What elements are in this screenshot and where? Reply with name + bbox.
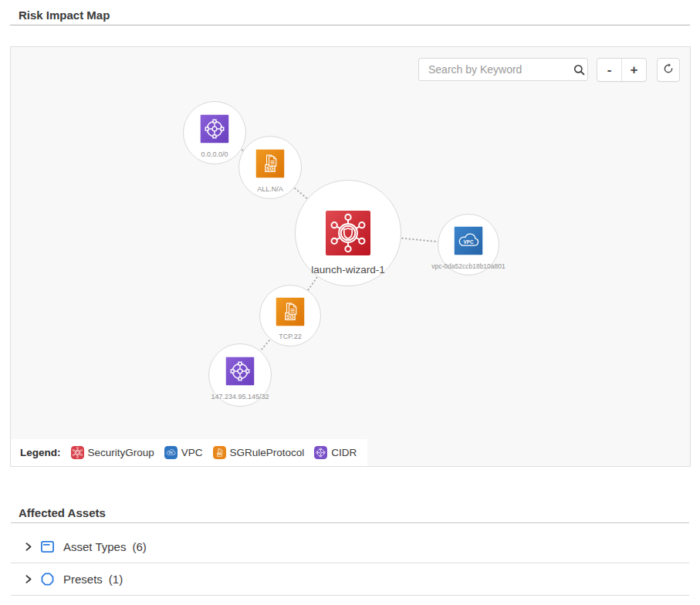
asset-types-icon [40,539,55,554]
search-icon[interactable] [573,63,593,76]
refresh-icon [662,63,675,78]
presets-row[interactable]: Presets (1) [11,563,689,596]
affected-assets-title: Affected Assets [19,506,106,519]
search-box [418,58,588,81]
title-divider [10,25,690,25]
node-label: 147.234.95.145/32 [211,393,269,401]
zoom-out-button[interactable]: - [597,59,622,81]
node-cidr-any[interactable]: 0.0.0.0/0 [183,101,246,164]
cidr-icon [314,446,327,459]
node-label: 0.0.0.0/0 [201,150,228,158]
node-label: ALL.N/A [257,185,283,193]
zoom-in-button[interactable]: + [622,59,646,81]
node-cidr-147-234-95-145-32[interactable]: 147.234.95.145/32 [208,343,272,407]
node-securitygroup-launch-wizard-1[interactable]: launch-wizard-1 [295,180,401,286]
legend-title: Legend: [20,447,61,458]
chevron-right-icon[interactable] [23,574,33,584]
legend-item-securitygroup: SecurityGroup [71,446,154,459]
affected-assets-divider [11,522,689,523]
node-label: launch-wizard-1 [311,264,384,275]
legend: Legend: SecurityGroup VPC SGRuleProtocol [11,439,367,466]
vpc-icon [455,227,483,255]
vpc-icon [164,446,178,459]
node-label: vpc-0da52ccb18b10a801 [431,262,505,270]
refresh-button[interactable] [657,58,680,82]
risk-map-canvas[interactable]: - + 0.0.0.0/0 ALL.N/A [10,46,691,467]
node-label: TCP.22 [279,333,301,340]
sgrule-protocol-icon [276,298,305,326]
cidr-icon [226,357,255,386]
asset-types-row[interactable]: Asset Types (6) [11,531,689,563]
chevron-right-icon[interactable] [23,542,33,552]
sgrule-protocol-icon [213,446,226,459]
cidr-icon [201,115,229,144]
node-sgrule-all[interactable]: ALL.N/A [238,136,302,199]
row-count: (6) [132,540,146,553]
risk-impact-map-page: Risk Impact Map - [0,0,700,605]
page-title: Risk Impact Map [19,8,110,22]
security-group-icon [71,446,84,459]
row-count: (1) [109,573,123,586]
row-label: Presets [63,573,103,586]
node-sgrule-tcp-22[interactable]: TCP.22 [259,285,321,346]
security-group-icon [326,211,370,255]
affected-assets-list: Asset Types (6) Presets (1) [11,531,689,596]
presets-icon [40,572,55,586]
search-input[interactable] [419,63,573,76]
legend-item-sgruleprotocol: SGRuleProtocol [213,446,305,459]
sgrule-protocol-icon [256,150,285,178]
row-label: Asset Types [63,540,126,553]
zoom-controls: - + [597,58,647,82]
legend-item-vpc: VPC [164,446,203,459]
node-vpc[interactable]: vpc-0da52ccb18b10a801 [438,214,499,275]
legend-item-cidr: CIDR [314,446,357,459]
